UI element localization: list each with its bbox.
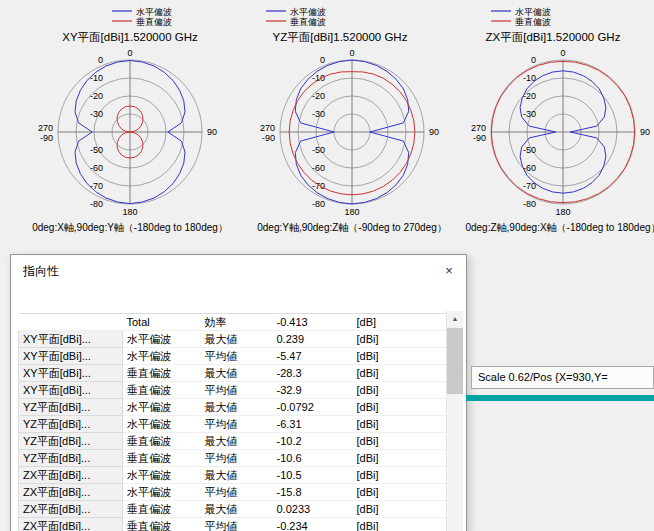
table-cell: 最大値: [201, 399, 273, 416]
table-row[interactable]: ZX平面[dBi]...垂直偏波最大値0.0233[dBi]: [19, 501, 453, 518]
table-cell: 平均値: [201, 382, 273, 399]
row-header-cell[interactable]: ZX平面[dBi]...: [19, 484, 123, 501]
row-header-cell[interactable]: YZ平面[dBi]...: [19, 399, 123, 416]
angle-label-left2: -90: [473, 133, 486, 143]
table-row[interactable]: Total効率-0.413[dB]: [19, 314, 453, 331]
table-row[interactable]: XY平面[dBi]...垂直偏波平均値-32.9[dBi]: [19, 382, 453, 399]
dialog-title: 指向性: [23, 255, 59, 287]
table-cell: 最大値: [201, 467, 273, 484]
table-cell: 水平偏波: [123, 484, 201, 501]
radial-tick-label: -50: [312, 145, 325, 155]
radial-tick-label: -60: [90, 163, 103, 173]
table-row[interactable]: XY平面[dBi]...水平偏波最大値0.239[dBi]: [19, 331, 453, 348]
table-row[interactable]: YZ平面[dBi]...水平偏波平均値-6.31[dBi]: [19, 416, 453, 433]
row-header-cell[interactable]: XY平面[dBi]...: [19, 365, 123, 382]
radial-tick-label: 0: [531, 55, 536, 65]
radial-tick-label: -50: [90, 145, 103, 155]
table-cell: -0.413: [273, 314, 353, 331]
table-cell: 水平偏波: [123, 399, 201, 416]
table-row[interactable]: XY平面[dBi]...垂直偏波最大値-28.3[dBi]: [19, 365, 453, 382]
row-header-cell[interactable]: YZ平面[dBi]...: [19, 450, 123, 467]
row-header-cell[interactable]: YZ平面[dBi]...: [19, 416, 123, 433]
table-row[interactable]: YZ平面[dBi]...垂直偏波平均値-10.6[dBi]: [19, 450, 453, 467]
radial-tick-label: -30: [523, 109, 536, 119]
table-cell: [dBi]: [353, 416, 453, 433]
row-header-cell[interactable]: YZ平面[dBi]...: [19, 433, 123, 450]
radial-tick-label: -80: [523, 199, 536, 209]
table-cell: [dBi]: [353, 365, 453, 382]
table-cell: 水平偏波: [123, 467, 201, 484]
table-cell: [dBi]: [353, 399, 453, 416]
table-cell: [dBi]: [353, 331, 453, 348]
table-cell: 垂直偏波: [123, 501, 201, 518]
row-header-cell[interactable]: XY平面[dBi]...: [19, 348, 123, 365]
table-cell: -5.47: [273, 348, 353, 365]
legend-label: 水平偏波: [290, 7, 326, 17]
table-cell: [dBi]: [353, 433, 453, 450]
table-cell: -15.8: [273, 484, 353, 501]
angle-label-left2: -90: [262, 133, 275, 143]
table-cell: Total: [123, 314, 201, 331]
table-cell: -28.3: [273, 365, 353, 382]
scrollbar-thumb[interactable]: [447, 328, 463, 394]
row-header-cell[interactable]: XY平面[dBi]...: [19, 331, 123, 348]
table-cell: 平均値: [201, 348, 273, 365]
angle-label-top: 0: [349, 48, 354, 58]
table-cell: -10.2: [273, 433, 353, 450]
chart-caption: 0deg:Z軸,90deg:X軸（-180deg to 180deg）: [465, 222, 654, 233]
table-cell: -10.6: [273, 450, 353, 467]
scrollbar-up-button[interactable]: ▲: [447, 311, 463, 327]
table-cell: 水平偏波: [123, 348, 201, 365]
table-cell: 最大値: [201, 365, 273, 382]
status-text: Scale 0.62/Pos {X=930,Y=: [478, 371, 608, 383]
table-cell: -32.9: [273, 382, 353, 399]
angle-label-left: 270: [471, 123, 486, 133]
angle-label-top: 0: [127, 48, 132, 58]
angle-label-right: 90: [207, 127, 217, 137]
table-cell: [dBi]: [353, 467, 453, 484]
row-header-cell[interactable]: ZX平面[dBi]...: [19, 518, 123, 531]
table-row[interactable]: ZX平面[dBi]...垂直偏波平均値-0.234[dBi]: [19, 518, 453, 531]
table-cell: [dBi]: [353, 501, 453, 518]
table-cell: -0.234: [273, 518, 353, 531]
table-row[interactable]: ZX平面[dBi]...水平偏波平均値-15.8[dBi]: [19, 484, 453, 501]
table-cell: 平均値: [201, 518, 273, 531]
legend-label: 垂直偏波: [515, 17, 551, 27]
angle-label-top: 0: [560, 48, 565, 58]
directivity-table: Total効率-0.413[dB]XY平面[dBi]...水平偏波最大値0.23…: [18, 313, 453, 531]
radiation-pattern-charts: 水平偏波垂直偏波XY平面[dBi]1.520000 GHz0-10-20-30-…: [0, 0, 654, 252]
table-cell: 平均値: [201, 484, 273, 501]
vertical-scrollbar[interactable]: ▲: [446, 311, 463, 531]
radial-tick-label: -20: [90, 91, 103, 101]
row-header-cell[interactable]: ZX平面[dBi]...: [19, 501, 123, 518]
table-row[interactable]: XY平面[dBi]...水平偏波平均値-5.47[dBi]: [19, 348, 453, 365]
radial-tick-label: -30: [90, 109, 103, 119]
radial-tick-label: -30: [312, 109, 325, 119]
row-header-cell[interactable]: XY平面[dBi]...: [19, 382, 123, 399]
dialog-body: Total効率-0.413[dB]XY平面[dBi]...水平偏波最大値0.23…: [11, 287, 466, 531]
table-cell: -10.5: [273, 467, 353, 484]
directivity-dialog: 指向性 × Total効率-0.413[dB]XY平面[dBi]...水平偏波最…: [10, 254, 467, 531]
table-cell: 0.239: [273, 331, 353, 348]
chart-caption: 0deg:X軸,90deg:Y軸（-180deg to 180deg）: [32, 222, 228, 233]
dialog-titlebar[interactable]: 指向性 ×: [11, 255, 466, 287]
angle-label-bottom: 180: [122, 207, 137, 217]
table-cell: 平均値: [201, 416, 273, 433]
radial-tick-label: -20: [312, 91, 325, 101]
polar-chart-2: 水平偏波垂直偏波YZ平面[dBi]1.520000 GHz0-10-20-30-…: [257, 7, 447, 234]
radial-tick-label: -70: [90, 181, 103, 191]
table-cell: 垂直偏波: [123, 450, 201, 467]
table-row[interactable]: YZ平面[dBi]...水平偏波最大値-0.0792[dBi]: [19, 399, 453, 416]
table-cell: 垂直偏波: [123, 365, 201, 382]
chart-title: ZX平面[dBi]1.520000 GHz: [486, 31, 621, 43]
table-row[interactable]: YZ平面[dBi]...垂直偏波最大値-10.2[dBi]: [19, 433, 453, 450]
row-header-cell: [19, 314, 123, 331]
table-cell: 垂直偏波: [123, 433, 201, 450]
close-button[interactable]: ×: [432, 255, 466, 287]
row-header-cell[interactable]: ZX平面[dBi]...: [19, 467, 123, 484]
angle-label-left: 270: [260, 123, 275, 133]
table-cell: 最大値: [201, 331, 273, 348]
chart-title: YZ平面[dBi]1.520000 GHz: [273, 31, 408, 43]
table-row[interactable]: ZX平面[dBi]...水平偏波最大値-10.5[dBi]: [19, 467, 453, 484]
status-panel: Scale 0.62/Pos {X=930,Y=: [471, 366, 654, 389]
